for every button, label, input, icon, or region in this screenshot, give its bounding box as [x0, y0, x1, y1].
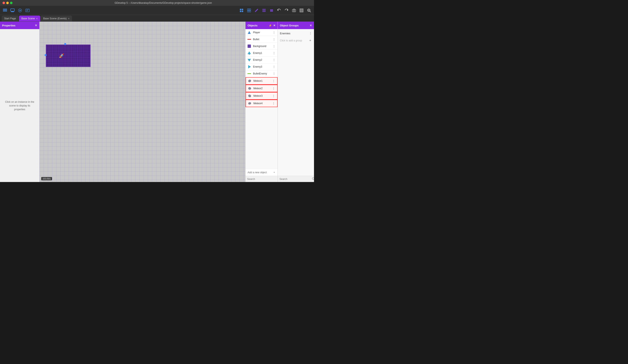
svg-marker-44 — [248, 65, 251, 68]
object-item-meteor4[interactable]: Meteor4 ⋮ — [245, 100, 278, 107]
enemy3-more-button[interactable]: ⋮ — [272, 65, 276, 68]
zoom-button[interactable] — [306, 7, 312, 14]
group-enemies-label: Enemies — [280, 32, 308, 35]
svg-rect-42 — [249, 54, 250, 55]
objects-close-button[interactable]: ✕ — [273, 24, 275, 27]
minimize-dot[interactable] — [6, 2, 9, 4]
svg-point-46 — [248, 79, 251, 83]
svg-point-28 — [293, 10, 295, 11]
window-controls — [2, 2, 12, 4]
titlebar: GDevelop 5 – /Users/dkarakay/Documents/G… — [0, 0, 314, 6]
tab-events-close[interactable]: ✕ — [68, 17, 70, 20]
object-item-background[interactable]: Background ⋮ — [245, 43, 278, 50]
groups-content: Enemies ⋮ Click to add a group ＋ — [278, 29, 314, 176]
svg-rect-33 — [300, 9, 303, 12]
properties-panel: Properties ✕ Click on an instance in the… — [0, 22, 40, 182]
meteor1-icon — [247, 79, 252, 83]
svg-point-47 — [248, 87, 251, 90]
properties-hint-text: Click on an instance in the scene to dis… — [4, 100, 35, 111]
background-more-button[interactable]: ⋮ — [272, 45, 276, 48]
redo-button[interactable] — [283, 7, 290, 14]
player-more-button[interactable]: ⋮ — [272, 31, 276, 34]
object-item-meteor3[interactable]: Meteor3 ⋮ — [245, 92, 278, 100]
play-icon — [18, 8, 22, 12]
object-item-bullet[interactable]: Bullet ⋮ — [245, 36, 278, 43]
grid-button[interactable] — [298, 7, 305, 14]
svg-rect-1 — [3, 10, 7, 10]
scene-viewport[interactable]: 🚀 — [46, 45, 90, 67]
objects-filter-button[interactable]: ⚡ — [269, 24, 272, 27]
object-item-enemy3[interactable]: Enemy3 ⋮ — [245, 63, 278, 70]
object-item-enemy1[interactable]: Enemy1 ⋮ — [245, 50, 278, 57]
add-object-row[interactable]: Add a new object ＋ — [245, 169, 278, 176]
scene-canvas[interactable]: 🚀 153;501 — [40, 22, 245, 182]
enemy3-icon — [247, 65, 251, 69]
object-item-player[interactable]: Player ⋮ — [245, 29, 278, 36]
meteor3-more-button[interactable]: ⋮ — [272, 94, 275, 98]
scene-handle-left[interactable] — [45, 54, 47, 56]
close-dot[interactable] — [2, 2, 5, 4]
svg-rect-19 — [262, 9, 266, 9]
meteor1-more-button[interactable]: ⋮ — [272, 79, 275, 83]
groups-toolbar-button[interactable] — [246, 7, 252, 14]
meteor2-icon — [247, 86, 252, 90]
svg-rect-22 — [270, 11, 273, 12]
groups-search-row — [278, 176, 314, 182]
scene-handle-top[interactable] — [64, 43, 66, 45]
bulletenemy-more-button[interactable]: ⋮ — [272, 72, 276, 75]
tab-base-scene-events[interactable]: Base Scene (Events) ✕ — [41, 16, 72, 21]
enemy2-label: Enemy2 — [253, 59, 270, 61]
enemy1-icon — [247, 51, 251, 55]
groups-search-input[interactable] — [279, 178, 311, 181]
tab-base-scene-label: Base Scene — [21, 17, 35, 20]
toolbar-right — [238, 7, 312, 14]
add-group-plus-button[interactable]: ＋ — [309, 38, 312, 43]
group-item-enemies[interactable]: Enemies ⋮ — [278, 30, 314, 37]
object-item-bulletenemy[interactable]: BulletEnemy ⋮ — [245, 70, 278, 77]
meteor3-icon — [247, 94, 252, 98]
enemy2-icon — [247, 58, 251, 62]
events-icon — [25, 8, 30, 12]
tab-start-page[interactable]: Start Page — [2, 16, 18, 21]
file-button[interactable] — [2, 7, 8, 14]
groups-header: Object Groups ✕ — [278, 22, 314, 29]
click-to-add-group[interactable]: Click to add a group ＋ — [278, 37, 314, 44]
edit-button[interactable] — [253, 7, 260, 14]
object-item-enemy2[interactable]: Enemy2 ⋮ — [245, 57, 278, 63]
tab-base-scene-close[interactable]: ✕ — [36, 17, 38, 20]
enemy3-label: Enemy3 — [253, 65, 270, 68]
svg-rect-20 — [262, 10, 266, 11]
maximize-dot[interactable] — [10, 2, 12, 4]
undo-button[interactable] — [276, 7, 282, 14]
meteor4-more-button[interactable]: ⋮ — [272, 102, 275, 105]
bullet-icon — [247, 37, 251, 41]
events-button[interactable] — [24, 7, 31, 14]
objects-toolbar-button[interactable] — [238, 7, 245, 14]
bullet-more-button[interactable]: ⋮ — [272, 38, 276, 41]
tab-base-scene[interactable]: Base Scene ✕ — [19, 16, 40, 21]
window-title: GDevelop 5 – /Users/dkarakay/Documents/G… — [15, 1, 312, 4]
meteor2-more-button[interactable]: ⋮ — [272, 87, 275, 90]
screenshot-button[interactable] — [291, 7, 297, 14]
enemy2-more-button[interactable]: ⋮ — [272, 58, 276, 61]
groups-close-button[interactable]: ✕ — [310, 24, 312, 27]
scene-button[interactable] — [9, 7, 16, 14]
play-button[interactable] — [17, 7, 23, 14]
object-item-meteor2[interactable]: Meteor2 ⋮ — [245, 85, 278, 92]
click-to-add-label: Click to add a group — [280, 39, 302, 42]
svg-point-49 — [248, 102, 251, 105]
layers-button[interactable] — [268, 7, 275, 14]
add-object-plus-icon[interactable]: ＋ — [273, 171, 275, 174]
object-item-meteor1[interactable]: Meteor1 ⋮ — [245, 77, 278, 85]
group-enemies-more-button[interactable]: ⋮ — [309, 32, 312, 35]
properties-close-button[interactable]: ✕ — [35, 24, 37, 27]
svg-rect-40 — [247, 45, 251, 48]
svg-rect-15 — [247, 9, 249, 10]
svg-rect-23 — [270, 10, 273, 11]
svg-rect-2 — [3, 11, 7, 11]
enemy1-more-button[interactable]: ⋮ — [272, 51, 276, 55]
add-object-label: Add a new object — [247, 171, 267, 174]
objects-search-input[interactable] — [247, 178, 278, 181]
list-button[interactable] — [261, 7, 267, 14]
svg-rect-4 — [11, 11, 14, 12]
